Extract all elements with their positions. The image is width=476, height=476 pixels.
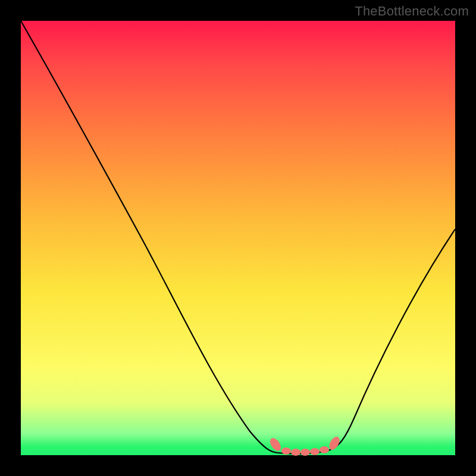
- bead-marker: [310, 448, 320, 455]
- bead-marker: [281, 447, 291, 455]
- curve-layer: [21, 21, 455, 455]
- bead-marker: [300, 449, 310, 456]
- v-curve: [21, 21, 455, 454]
- chart-container: TheBottleneck.com: [0, 0, 476, 476]
- bead-marker: [291, 449, 300, 456]
- plot-area: [21, 21, 455, 455]
- bead-marker: [320, 446, 329, 453]
- attribution-label: TheBottleneck.com: [355, 4, 469, 19]
